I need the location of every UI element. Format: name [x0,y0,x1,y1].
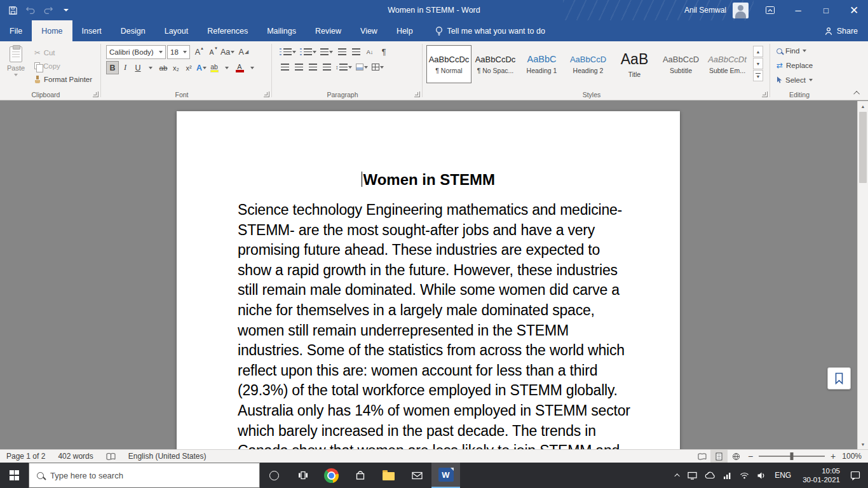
bullets-button[interactable] [278,45,297,58]
font-color-button[interactable]: A [233,61,246,74]
tab-help[interactable]: Help [387,20,423,41]
style-no-spacing[interactable]: AaBbCcDc ¶ No Spac... [473,45,518,83]
multilevel-list-button[interactable] [319,45,334,58]
onedrive-tray-button[interactable] [701,463,719,488]
subscript-button[interactable]: x₂ [170,61,182,74]
save-button[interactable] [4,0,22,20]
document-body[interactable]: Science technology Engineering mathemati… [238,200,661,449]
document-page[interactable]: Women in STEMM Science technology Engine… [177,111,680,449]
shrink-font-button[interactable]: A▼ [205,46,218,59]
style-normal[interactable]: AaBbCcDc ¶ Normal [426,45,471,83]
select-button[interactable]: Select [771,74,827,86]
taskbar-clock[interactable]: 10:05 30-01-2021 [796,466,846,484]
ribbon-display-options-button[interactable] [756,0,784,20]
network-tray-button[interactable] [719,463,736,488]
close-button[interactable]: ✕ [840,0,868,20]
show-formatting-marks-button[interactable]: ¶ [377,45,390,58]
tab-file[interactable]: File [0,20,32,41]
language-status[interactable]: English (United States) [122,450,213,463]
highlight-color-button[interactable]: ab [208,61,220,74]
clear-formatting-button[interactable]: A◢ [237,46,250,59]
proofing-status-button[interactable] [100,450,122,463]
search-input[interactable] [50,471,252,480]
align-center-button[interactable] [292,60,305,74]
avatar[interactable] [733,3,749,18]
cut-button[interactable]: ✂ Cut [32,46,95,59]
cortana-button[interactable] [260,463,288,488]
highlight-options-button[interactable] [220,61,233,74]
bookmark-button[interactable] [827,367,851,390]
tab-view[interactable]: View [351,20,387,41]
zoom-slider[interactable] [759,456,825,457]
copy-button[interactable]: Copy [32,59,95,72]
hidden-icons-button[interactable] [672,463,684,488]
action-center-button[interactable] [846,463,868,488]
read-mode-button[interactable] [693,450,710,463]
font-color-options-button[interactable] [246,61,259,74]
strikethrough-button[interactable]: ab [157,61,170,74]
tab-references[interactable]: References [198,20,257,41]
decrease-indent-button[interactable] [336,45,348,58]
page-info[interactable]: Page 1 of 2 [0,450,51,463]
style-title[interactable]: AaB Title [612,45,657,83]
find-button[interactable]: Find [771,44,827,57]
style-heading-1[interactable]: AaBbC Heading 1 [519,45,564,83]
display-tray-button[interactable] [684,463,701,488]
change-case-button[interactable]: Aa [219,46,236,59]
format-painter-button[interactable]: Format Painter [32,72,95,86]
shading-button[interactable] [355,60,369,74]
style-subtle-emphasis[interactable]: AaBbCcDt Subtle Em... [705,45,750,83]
tab-layout[interactable]: Layout [155,20,198,41]
language-indicator[interactable]: ENG [770,463,796,488]
scrollbar-thumb[interactable] [859,112,867,183]
undo-button[interactable] [22,0,39,20]
styles-scroll-down-button[interactable]: ▼ [753,58,763,69]
tab-review[interactable]: Review [306,20,351,41]
font-dialog-launcher[interactable] [264,92,269,97]
wifi-tray-button[interactable] [736,463,753,488]
word-taskbar-button[interactable]: W [431,463,460,488]
zoom-in-button[interactable]: + [827,451,839,461]
redo-button[interactable] [39,0,57,20]
chrome-taskbar-button[interactable] [317,463,346,488]
document-title[interactable]: Women in STEMM [238,171,619,189]
style-heading-2[interactable]: AaBbCcD Heading 2 [566,45,611,83]
restore-button[interactable]: □ [812,0,840,20]
grow-font-button[interactable]: A▲ [191,46,204,59]
replace-button[interactable]: ⇄ Replace [771,59,827,72]
tab-design[interactable]: Design [111,20,155,41]
align-left-button[interactable] [278,60,291,74]
style-subtitle[interactable]: AaBbCcD Subtitle [658,45,703,83]
tab-mailings[interactable]: Mailings [257,20,306,41]
styles-scroll-up-button[interactable]: ▲ [753,46,763,57]
clipboard-dialog-launcher[interactable] [93,92,98,97]
bold-button[interactable]: B [106,61,119,74]
tell-me-box[interactable]: Tell me what you want to do [435,20,545,41]
font-size-select[interactable]: 18 [167,45,190,59]
print-layout-button[interactable] [710,450,728,463]
mail-taskbar-button[interactable] [403,463,431,488]
align-right-button[interactable] [306,60,319,74]
text-effects-button[interactable]: A [195,61,208,74]
increase-indent-button[interactable] [349,45,362,58]
zoom-slider-thumb[interactable] [790,452,794,460]
scroll-down-button[interactable]: ▼ [858,439,868,449]
italic-button[interactable]: I [119,61,132,74]
styles-dialog-launcher[interactable] [762,92,768,97]
tab-insert[interactable]: Insert [72,20,111,41]
web-layout-button[interactable] [728,450,745,463]
styles-gallery-more-button[interactable]: ▼ [753,70,763,81]
line-spacing-button[interactable]: ↕ [334,60,353,74]
share-button[interactable]: Share [824,20,858,41]
zoom-level[interactable]: 100% [839,452,868,461]
sort-button[interactable]: A↓ [363,45,376,58]
store-taskbar-button[interactable] [346,463,374,488]
vertical-scrollbar[interactable]: ▲ ▼ [857,101,868,449]
file-explorer-taskbar-button[interactable] [374,463,403,488]
customize-quick-access-button[interactable] [57,0,75,20]
taskbar-search-box[interactable] [29,463,260,488]
account-user-name[interactable]: Anil Semwal [684,6,726,15]
start-button[interactable] [0,463,29,488]
underline-options-button[interactable] [144,61,157,74]
font-name-select[interactable]: Calibri (Body) [106,45,166,59]
